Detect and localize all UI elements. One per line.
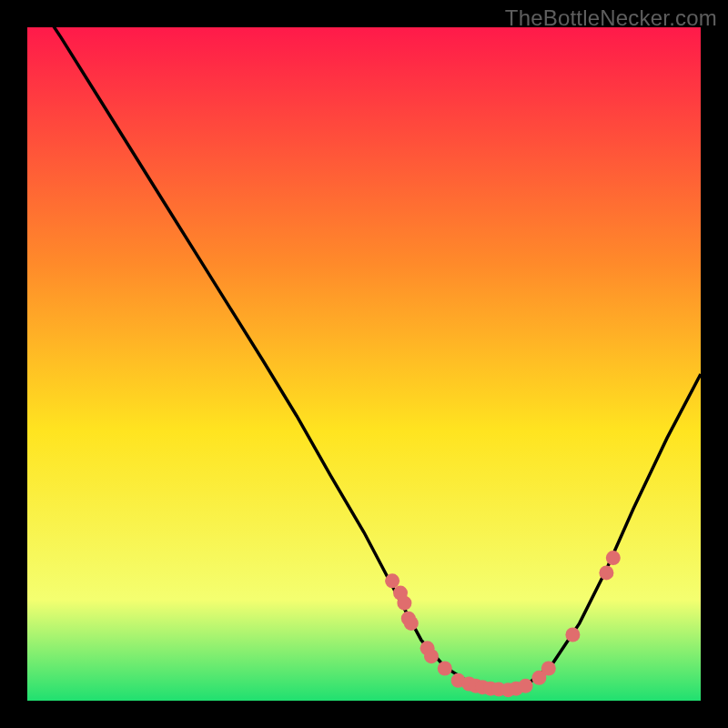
data-marker: [438, 662, 452, 676]
data-marker: [541, 662, 556, 676]
data-marker: [397, 596, 411, 611]
data-marker: [599, 565, 613, 580]
data-marker: [606, 551, 621, 565]
plot-area: [27, 27, 701, 701]
outer-frame: TheBottleNecker.com: [0, 0, 728, 728]
plot-inner: [27, 27, 701, 701]
data-marker: [385, 573, 399, 588]
data-marker: [404, 616, 419, 631]
gradient-background: [27, 27, 701, 701]
data-marker: [565, 628, 580, 642]
bottleneck-chart: [27, 27, 701, 701]
data-marker: [424, 649, 439, 663]
data-marker: [519, 679, 533, 693]
